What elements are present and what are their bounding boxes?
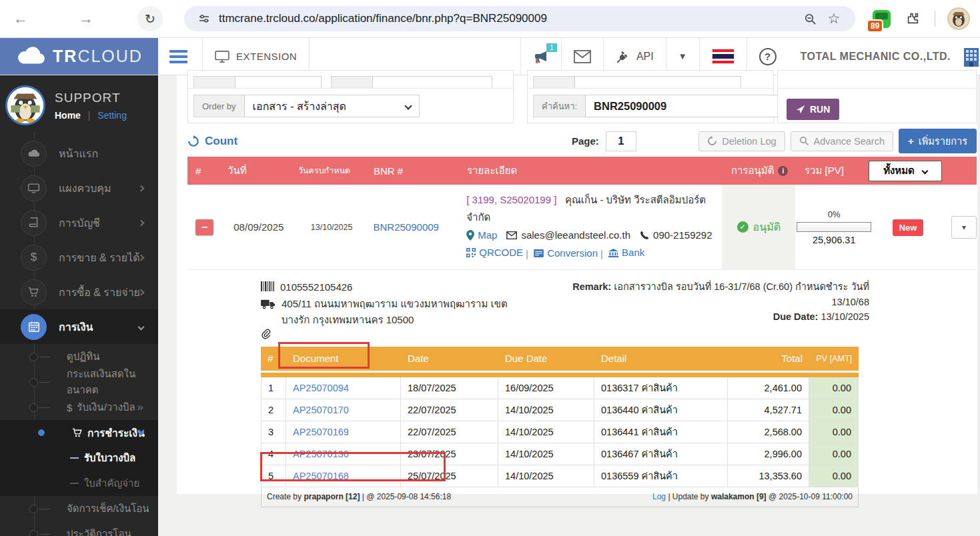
clipped-input[interactable] (574, 76, 741, 89)
document-link[interactable]: AP25070136 (293, 449, 349, 459)
extension-button[interactable]: EXTENSION (202, 38, 310, 75)
col-total-pv: รวม [PV] (797, 163, 866, 179)
setting-link[interactable]: Setting (97, 110, 127, 121)
monitor-icon (215, 51, 229, 63)
sidebar-item-dashboard[interactable]: แผงควบคุม (0, 171, 158, 205)
conversion-link[interactable]: Conversion (534, 245, 598, 262)
doc-pv-amt: 0.00 (809, 421, 859, 443)
search-input[interactable] (585, 95, 780, 117)
address-bar[interactable]: ttmcrane.trcloud.co/application/finance/… (184, 6, 855, 31)
map-pin-icon (466, 230, 474, 241)
deletion-log-button[interactable]: Deletion Log (698, 131, 785, 151)
bnr-number-link[interactable]: BNR25090009 (374, 221, 439, 233)
filter-box-search: คำค้นหา: (527, 70, 774, 123)
count-button[interactable]: Count (187, 135, 237, 148)
site-settings-icon[interactable] (199, 13, 209, 24)
phone-link[interactable]: 090-2159292 (640, 227, 712, 244)
sidebar-item-finance[interactable]: การเงิน (0, 309, 158, 344)
reload-icon[interactable]: ↻ (137, 6, 163, 31)
collapse-row-button[interactable]: − (195, 219, 213, 235)
mail-button[interactable] (561, 38, 603, 75)
dropdown-caret-button[interactable]: ▼ (666, 38, 699, 75)
refresh-icon (187, 135, 199, 147)
bank-link[interactable]: Bank (608, 244, 644, 261)
bnr-table-row: − 08/09/2025 13/10/2025 BNR25090009 [ 31… (187, 185, 977, 270)
due-date-label: Due Date: (773, 311, 819, 322)
add-item-button[interactable]: + เพิ่มรายการ (899, 129, 977, 153)
cloud-logo-icon (15, 47, 46, 67)
hamburger-menu-icon[interactable] (158, 38, 198, 75)
tax-id: 0105552105426 (280, 279, 352, 295)
search-label: คำค้นหา: (533, 95, 585, 117)
brand-cloud: CLOUD (77, 47, 143, 65)
url-text[interactable]: ttmcrane.trcloud.co/application/finance/… (219, 12, 798, 25)
sidebar: SUPPORT Home | Setting หน้าแรก แผงควบคุม… (0, 75, 158, 536)
info-icon[interactable]: i (778, 166, 788, 176)
sidebar-subitem-receive-billing[interactable]: รับใบวางบิล (0, 445, 158, 471)
home-link[interactable]: Home (55, 110, 81, 121)
document-link[interactable]: AP25070169 (293, 427, 349, 437)
sidebar-item-home[interactable]: หน้าแรก (0, 136, 158, 171)
sidebar-subitem-payment[interactable]: การชำระเงิน (0, 420, 158, 445)
clipped-input[interactable] (235, 76, 322, 89)
document-link[interactable]: AP25070170 (293, 405, 349, 415)
bookmark-star-icon[interactable]: ☆ (822, 11, 846, 27)
qrcode-link[interactable]: QRCODE (466, 244, 523, 261)
api-label: API (636, 51, 654, 63)
log-link[interactable]: Log (652, 492, 666, 501)
language-flag-button[interactable] (699, 38, 747, 75)
document-row: 4 AP25070136 23/07/2025 14/10/2025 01364… (261, 443, 859, 465)
row-date: 08/09/2025 (219, 221, 290, 233)
doc-date: 18/07/2025 (401, 377, 498, 399)
help-button[interactable]: ? (747, 38, 789, 75)
email-link[interactable]: sales@leeandsteel.co.th (506, 227, 630, 244)
api-button[interactable]: API (603, 38, 666, 75)
thai-flag-icon (712, 49, 734, 64)
sidebar-item-accounting[interactable]: การบัญชี (0, 205, 158, 240)
sidebar-subitem-cashflow[interactable]: กระแสเงินสดในอนาคต (0, 369, 158, 395)
back-icon[interactable]: ← (7, 10, 35, 27)
dash (39, 407, 50, 408)
user-avatar[interactable] (5, 85, 45, 125)
status-filter-select[interactable]: ทั้งหมด (869, 161, 942, 181)
bullet-icon (29, 403, 38, 412)
advance-search-button[interactable]: Advance Search (791, 131, 893, 151)
order-by-select[interactable]: เอกสาร - สร้างล่าสุด (244, 95, 420, 117)
sidebar-subitem-payment-voucher[interactable]: ใบสำคัญจ่าย (0, 471, 158, 496)
filter-box-run: RUN (777, 70, 977, 123)
approval-status: อนุมัติ (753, 219, 781, 235)
sidebar-subitem-receive-money[interactable]: $รับเงิน/วางบิล » (0, 395, 158, 420)
envelope-icon (506, 231, 517, 239)
forward-icon[interactable]: → (72, 10, 100, 27)
announcement-button[interactable]: 1 (520, 38, 561, 75)
bullet-icon (29, 378, 38, 387)
doc-detail: 0136317 ค่าสินค้า (594, 377, 728, 399)
zoom-icon[interactable] (798, 13, 822, 25)
trcloud-logo[interactable]: TRCLOUD (0, 38, 158, 75)
doc-detail: 0136559 ค่าสินค้า (594, 465, 728, 487)
doc-due-date: 14/10/2025 (498, 399, 594, 421)
col-num: # (261, 353, 286, 364)
document-link[interactable]: AP25070094 (293, 383, 349, 393)
map-link[interactable]: Map (466, 227, 497, 244)
company-building-button[interactable] (963, 38, 980, 75)
page-input[interactable] (606, 131, 636, 151)
customer-ref: [ 3199, S25020199 ] (466, 194, 556, 205)
document-link[interactable]: AP25070168 (293, 471, 349, 481)
row-dropdown-button[interactable]: ▾ (951, 216, 977, 239)
extensions-puzzle-icon[interactable] (905, 11, 920, 26)
col-approval: การอนุมัติ i (723, 163, 797, 179)
paperclip-icon[interactable] (261, 329, 271, 340)
update-by-label: | Update by (668, 492, 708, 501)
sidebar-item-purchases[interactable]: การซื้อ & รายจ่าย (0, 275, 158, 309)
profile-avatar[interactable] (947, 7, 970, 30)
list-toolbar: Count Page: Deletion Log Advance Search … (187, 129, 977, 153)
clipped-filter-row (528, 71, 773, 89)
clipped-input[interactable] (372, 76, 492, 89)
line-extension-icon[interactable]: 89 (873, 10, 891, 28)
run-button[interactable]: RUN (787, 99, 839, 120)
sidebar-subitem-transfer-history[interactable]: ประวัติการโอน (0, 521, 158, 536)
bank-icon (608, 249, 618, 257)
sidebar-subitem-cheque[interactable]: จัดการเช็ค/เงินโอน (0, 496, 158, 521)
sidebar-item-sales[interactable]: $ การขาย & รายได้ (0, 240, 158, 275)
